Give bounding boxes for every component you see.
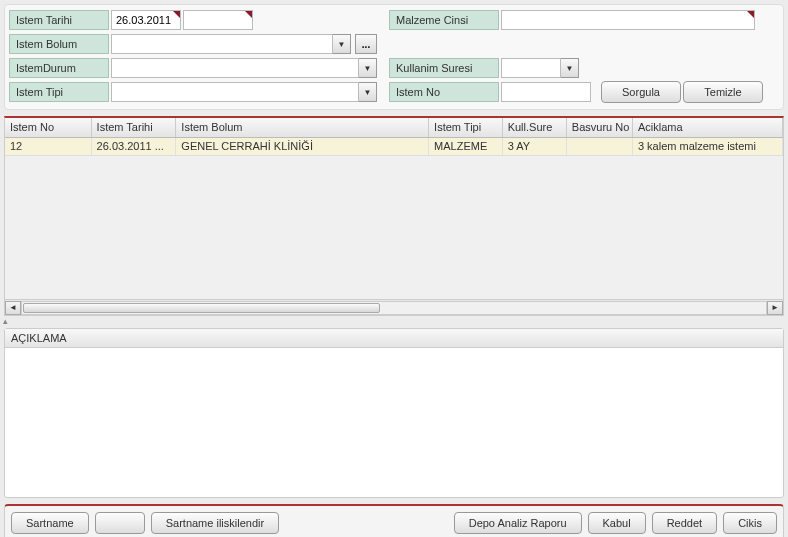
filter-panel: Istem Tarihi Istem Bolum ▼ ... IstemDuru…	[4, 4, 784, 110]
depo-analiz-raporu-button[interactable]: Depo Analiz Raporu	[454, 512, 582, 534]
scroll-left-icon[interactable]: ◄	[5, 301, 21, 315]
cikis-button[interactable]: Cikis	[723, 512, 777, 534]
istem-no-label: Istem No	[389, 82, 499, 102]
cell-kull-sure: 3 AY	[503, 138, 567, 155]
aciklama-panel: AÇIKLAMA	[4, 328, 784, 498]
blank-button[interactable]	[95, 512, 145, 534]
sartname-button[interactable]: Sartname	[11, 512, 89, 534]
cell-basvuru-no	[567, 138, 633, 155]
malzeme-cinsi-label: Malzeme Cinsi	[389, 10, 499, 30]
malzeme-cinsi-input[interactable]	[501, 10, 755, 30]
col-aciklama[interactable]: Aciklama	[633, 118, 783, 137]
istem-tarihi-to-input[interactable]	[183, 10, 253, 30]
filter-right-col: Malzeme Cinsi Kullanim Suresi ▼ Istem No…	[389, 9, 763, 103]
splitter-handle[interactable]: ▴	[0, 316, 788, 326]
bottom-toolbar: Sartname Sartname iliskilendir Depo Anal…	[4, 504, 784, 537]
kabul-button[interactable]: Kabul	[588, 512, 646, 534]
istem-bolum-dropdown-icon[interactable]: ▼	[333, 34, 351, 54]
horizontal-scrollbar[interactable]: ◄ ►	[5, 299, 783, 315]
col-basvuru-no[interactable]: Basvuru No	[567, 118, 633, 137]
grid-header: Istem No Istem Tarihi Istem Bolum Istem …	[5, 118, 783, 138]
results-grid: Istem No Istem Tarihi Istem Bolum Istem …	[4, 116, 784, 316]
col-istem-tipi[interactable]: Istem Tipi	[429, 118, 503, 137]
cell-istem-bolum: GENEL CERRAHİ KLİNİĞİ	[176, 138, 429, 155]
cell-istem-no: 12	[5, 138, 92, 155]
istem-bolum-label: Istem Bolum	[9, 34, 109, 54]
aciklama-body[interactable]	[5, 348, 783, 497]
aciklama-header: AÇIKLAMA	[5, 329, 783, 348]
col-kull-sure[interactable]: Kull.Sure	[503, 118, 567, 137]
col-istem-no[interactable]: Istem No	[5, 118, 92, 137]
table-row[interactable]: 12 26.03.2011 ... GENEL CERRAHİ KLİNİĞİ …	[5, 138, 783, 156]
col-istem-tarihi[interactable]: Istem Tarihi	[92, 118, 177, 137]
kullanim-suresi-label: Kullanim Suresi	[389, 58, 499, 78]
istem-no-input[interactable]	[501, 82, 591, 102]
col-istem-bolum[interactable]: Istem Bolum	[176, 118, 429, 137]
istem-tipi-dropdown-icon[interactable]: ▼	[359, 82, 377, 102]
istem-durum-input[interactable]	[111, 58, 359, 78]
filter-left-col: Istem Tarihi Istem Bolum ▼ ... IstemDuru…	[9, 9, 377, 103]
kullanim-suresi-dropdown-icon[interactable]: ▼	[561, 58, 579, 78]
grid-body[interactable]: 12 26.03.2011 ... GENEL CERRAHİ KLİNİĞİ …	[5, 138, 783, 299]
cell-istem-tarihi: 26.03.2011 ...	[92, 138, 177, 155]
cell-aciklama: 3 kalem malzeme istemi	[633, 138, 783, 155]
temizle-button[interactable]: Temizle	[683, 81, 763, 103]
istem-tipi-input[interactable]	[111, 82, 359, 102]
scroll-right-icon[interactable]: ►	[767, 301, 783, 315]
istem-bolum-input[interactable]	[111, 34, 333, 54]
scroll-track[interactable]	[21, 301, 767, 315]
cell-istem-tipi: MALZEME	[429, 138, 503, 155]
kullanim-suresi-input[interactable]	[501, 58, 561, 78]
scroll-thumb[interactable]	[23, 303, 380, 313]
istem-tarihi-label: Istem Tarihi	[9, 10, 109, 30]
reddet-button[interactable]: Reddet	[652, 512, 717, 534]
istem-tipi-label: Istem Tipi	[9, 82, 109, 102]
istem-tarihi-from-input[interactable]	[111, 10, 181, 30]
istem-bolum-lookup-button[interactable]: ...	[355, 34, 377, 54]
istem-durum-dropdown-icon[interactable]: ▼	[359, 58, 377, 78]
istem-durum-label: IstemDurum	[9, 58, 109, 78]
sorgula-button[interactable]: Sorgula	[601, 81, 681, 103]
sartname-iliskilendir-button[interactable]: Sartname iliskilendir	[151, 512, 279, 534]
